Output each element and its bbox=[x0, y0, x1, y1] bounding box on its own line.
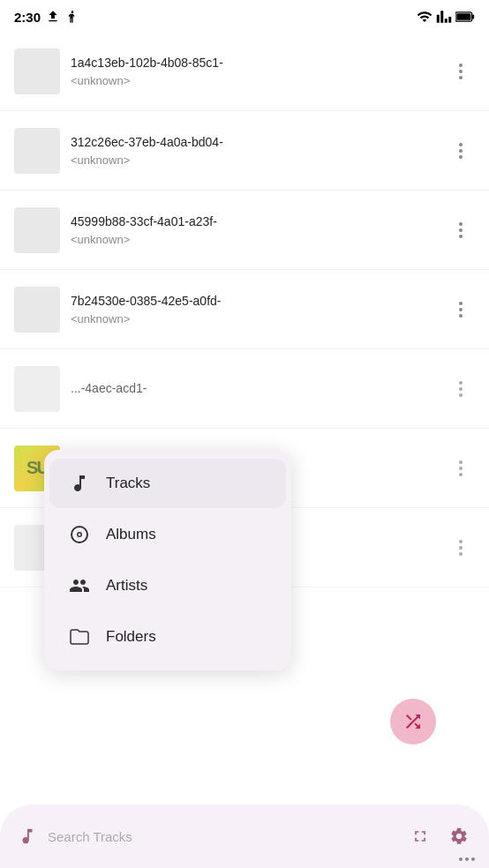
track-artist: <unknown> bbox=[71, 74, 447, 87]
track-more-button[interactable] bbox=[447, 216, 475, 244]
track-info: 45999b88-33cf-4a01-a23f- <unknown> bbox=[14, 207, 447, 253]
music-note-search-icon bbox=[14, 823, 41, 849]
track-artist: <unknown> bbox=[71, 153, 447, 167]
track-row: 1a4c13eb-102b-4b08-85c1- <unknown> bbox=[0, 32, 489, 111]
albums-label: Albums bbox=[106, 526, 156, 543]
download-icon bbox=[46, 10, 60, 24]
tracks-label: Tracks bbox=[106, 475, 150, 492]
track-title: 312c26ec-37eb-4a0a-bd04- bbox=[71, 134, 447, 152]
folder-icon bbox=[67, 625, 92, 649]
shuffle-x-icon bbox=[402, 711, 424, 732]
menu-item-artists[interactable]: Artists bbox=[49, 561, 286, 610]
track-text: ...-4aec-acd1- bbox=[71, 380, 447, 398]
track-info: ...-4aec-acd1- bbox=[14, 366, 447, 412]
track-title: 45999b88-33cf-4a01-a23f- bbox=[71, 213, 447, 231]
bottom-search-bar: Search Tracks bbox=[0, 804, 489, 868]
shuffle-close-button[interactable] bbox=[390, 699, 436, 745]
track-row: 7b24530e-0385-42e5-a0fd- <unknown> bbox=[0, 270, 489, 349]
track-more-button[interactable] bbox=[447, 57, 475, 86]
track-info: 7b24530e-0385-42e5-a0fd- <unknown> bbox=[14, 287, 447, 333]
track-row: 45999b88-33cf-4a01-a23f- <unknown> bbox=[0, 191, 489, 270]
track-thumbnail bbox=[14, 366, 60, 412]
track-text: 45999b88-33cf-4a01-a23f- <unknown> bbox=[71, 213, 447, 246]
folders-label: Folders bbox=[106, 628, 156, 646]
status-time: 2:30 bbox=[14, 10, 79, 25]
music-note-icon bbox=[67, 471, 92, 496]
track-artist: <unknown> bbox=[71, 312, 447, 326]
track-row: ...-4aec-acd1- bbox=[0, 349, 489, 429]
settings-button[interactable] bbox=[443, 820, 475, 852]
bottom-more-button[interactable] bbox=[459, 857, 475, 861]
album-icon bbox=[67, 522, 92, 547]
track-title: 7b24530e-0385-42e5-a0fd- bbox=[71, 293, 447, 311]
wifi-icon bbox=[417, 9, 433, 25]
time-display: 2:30 bbox=[14, 10, 41, 25]
search-input-container[interactable]: Search Tracks bbox=[48, 829, 397, 844]
track-more-button[interactable] bbox=[447, 534, 475, 562]
search-placeholder: Search Tracks bbox=[48, 829, 397, 844]
track-thumbnail bbox=[14, 287, 60, 333]
category-dropdown-menu: Tracks Albums Artists Folders bbox=[44, 450, 291, 670]
track-more-button[interactable] bbox=[447, 296, 475, 324]
track-info: 312c26ec-37eb-4a0a-bd04- <unknown> bbox=[14, 128, 447, 174]
battery-icon bbox=[455, 11, 475, 23]
track-more-button[interactable] bbox=[447, 454, 475, 483]
track-row: 312c26ec-37eb-4a0a-bd04- <unknown> bbox=[0, 111, 489, 191]
track-title: ...-4aec-acd1- bbox=[71, 380, 447, 398]
person-icon bbox=[67, 573, 92, 598]
track-info: 1a4c13eb-102b-4b08-85c1- <unknown> bbox=[14, 49, 447, 94]
track-more-button[interactable] bbox=[447, 137, 475, 165]
track-text: 7b24530e-0385-42e5-a0fd- <unknown> bbox=[71, 293, 447, 326]
signal-icon bbox=[436, 9, 452, 25]
expand-icon[interactable] bbox=[404, 820, 436, 852]
track-title: 1a4c13eb-102b-4b08-85c1- bbox=[71, 55, 447, 72]
svg-rect-1 bbox=[472, 14, 474, 19]
status-icons bbox=[417, 9, 475, 25]
svg-rect-2 bbox=[456, 13, 470, 20]
track-artist: <unknown> bbox=[71, 233, 447, 246]
accessibility-icon bbox=[65, 10, 79, 24]
track-thumbnail bbox=[14, 207, 60, 253]
track-text: 312c26ec-37eb-4a0a-bd04- <unknown> bbox=[71, 134, 447, 167]
artists-label: Artists bbox=[106, 577, 147, 595]
menu-item-folders[interactable]: Folders bbox=[49, 612, 286, 662]
track-thumbnail bbox=[14, 49, 60, 94]
status-bar: 2:30 bbox=[0, 0, 489, 32]
track-more-button[interactable] bbox=[447, 375, 475, 403]
menu-item-tracks[interactable]: Tracks bbox=[49, 459, 286, 508]
track-text: 1a4c13eb-102b-4b08-85c1- <unknown> bbox=[71, 55, 447, 87]
menu-item-albums[interactable]: Albums bbox=[49, 510, 286, 559]
track-thumbnail bbox=[14, 128, 60, 174]
svg-point-5 bbox=[79, 534, 81, 536]
